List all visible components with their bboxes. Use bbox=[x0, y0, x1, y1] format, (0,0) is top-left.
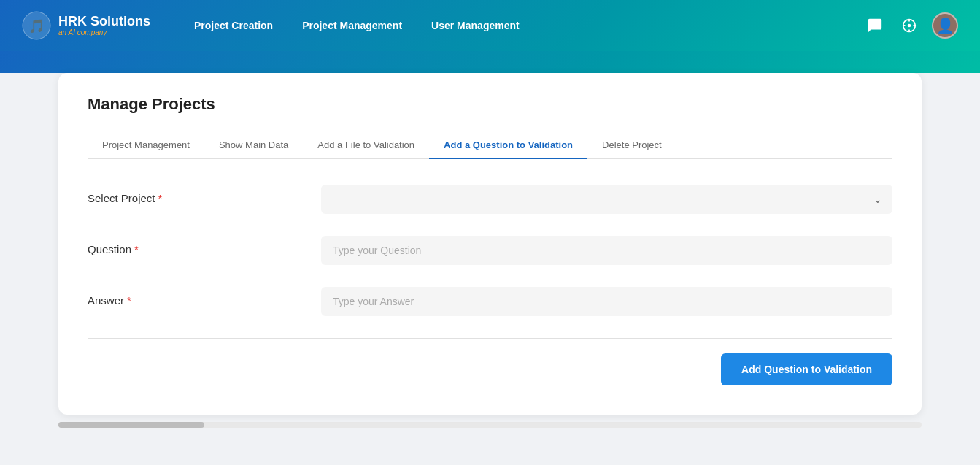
question-row: Question* bbox=[88, 236, 892, 265]
answer-input-wrapper bbox=[321, 287, 892, 316]
project-select[interactable] bbox=[321, 185, 892, 214]
form-divider bbox=[88, 338, 892, 339]
manage-projects-card: Manage Projects Project Management Show … bbox=[58, 73, 922, 415]
question-input[interactable] bbox=[321, 236, 892, 265]
select-project-row: Select Project* ⌄ bbox=[88, 185, 892, 214]
select-project-wrapper: ⌄ bbox=[321, 185, 892, 214]
main-nav: Project Creation Project Management User… bbox=[194, 20, 863, 31]
header-actions: 👤 bbox=[863, 12, 958, 39]
logo-title: HRK Solutions bbox=[58, 15, 150, 29]
settings-icon[interactable] bbox=[898, 14, 921, 37]
answer-input[interactable] bbox=[321, 287, 892, 316]
tab-project-management[interactable]: Project Management bbox=[88, 132, 204, 159]
nav-user-management[interactable]: User Management bbox=[431, 20, 520, 31]
svg-point-2 bbox=[908, 24, 911, 28]
required-star-answer: * bbox=[127, 294, 131, 307]
tabs-container: Project Management Show Main Data Add a … bbox=[88, 132, 892, 159]
svg-text:🎵: 🎵 bbox=[28, 18, 45, 34]
tab-add-file-to-validation[interactable]: Add a File to Validation bbox=[303, 132, 429, 159]
nav-project-creation[interactable]: Project Creation bbox=[194, 20, 273, 31]
submit-row: Add Question to Validation bbox=[88, 353, 892, 385]
add-question-button[interactable]: Add Question to Validation bbox=[721, 353, 892, 385]
tab-show-main-data[interactable]: Show Main Data bbox=[204, 132, 303, 159]
header: 🎵 HRK Solutions an AI company Project Cr… bbox=[0, 0, 980, 51]
answer-row: Answer* bbox=[88, 287, 892, 316]
logo-icon: 🎵 bbox=[22, 11, 51, 40]
horizontal-scrollbar[interactable] bbox=[58, 422, 922, 428]
tab-add-question-to-validation[interactable]: Add a Question to Validation bbox=[429, 132, 587, 159]
select-project-label: Select Project* bbox=[88, 185, 321, 204]
logo-subtitle: an AI company bbox=[58, 28, 150, 36]
logo-text: HRK Solutions an AI company bbox=[58, 15, 150, 37]
select-wrapper: ⌄ bbox=[321, 185, 892, 214]
required-star: * bbox=[158, 192, 163, 204]
logo-area: 🎵 HRK Solutions an AI company bbox=[22, 11, 150, 40]
form: Select Project* ⌄ Question* bbox=[88, 185, 892, 385]
question-input-wrapper bbox=[321, 236, 892, 265]
page-title: Manage Projects bbox=[88, 95, 892, 114]
nav-project-management[interactable]: Project Management bbox=[302, 20, 402, 31]
chat-icon[interactable] bbox=[863, 14, 887, 37]
question-label: Question* bbox=[88, 236, 321, 255]
required-star-question: * bbox=[134, 243, 139, 255]
scrollbar-thumb[interactable] bbox=[58, 422, 204, 428]
main-content: Manage Projects Project Management Show … bbox=[0, 73, 980, 415]
user-avatar[interactable]: 👤 bbox=[932, 12, 958, 39]
answer-label: Answer* bbox=[88, 287, 321, 307]
tab-delete-project[interactable]: Delete Project bbox=[587, 132, 676, 159]
